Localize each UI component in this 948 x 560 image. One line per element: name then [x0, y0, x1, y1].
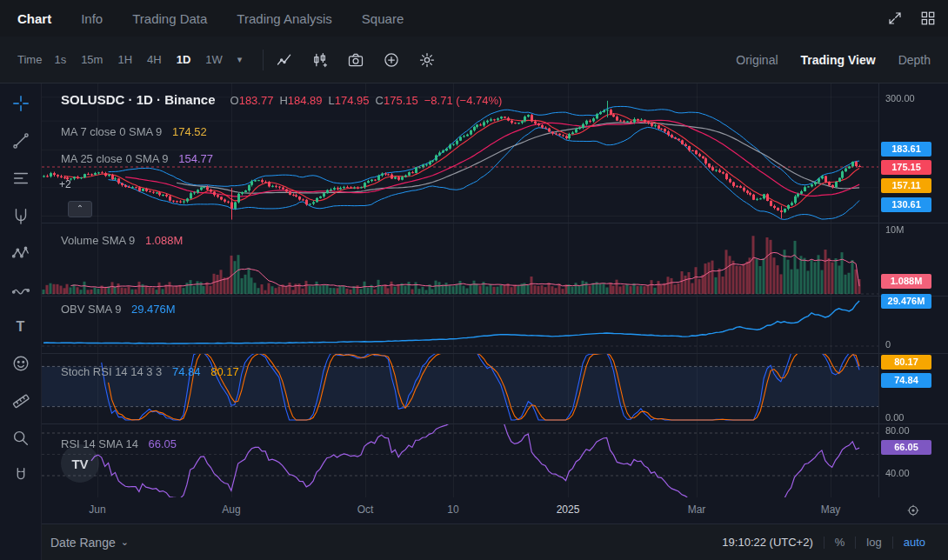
pane-separator[interactable]	[42, 353, 948, 354]
xaxis-label-jun: Jun	[89, 503, 105, 516]
view-depth[interactable]: Depth	[898, 53, 931, 67]
emoji-icon[interactable]	[11, 354, 30, 373]
pitchfork-icon[interactable]	[11, 206, 30, 225]
close-value: 175.15	[384, 94, 418, 107]
magnet-icon[interactable]	[11, 466, 30, 485]
low-label: L	[329, 94, 335, 107]
ma25-label: MA 25 close 0 SMA 9	[61, 152, 169, 165]
settings-button[interactable]	[418, 51, 436, 69]
zoom-icon[interactable]	[11, 429, 30, 448]
camera-icon	[347, 51, 364, 69]
rsi-value: 66.05	[149, 437, 177, 450]
chart-toolbar: Time 1s 15m 1H 4H 1D 1W ▾ Original Tradi…	[0, 37, 948, 83]
xaxis-label-oct: Oct	[357, 503, 374, 516]
time-label: Time	[17, 53, 42, 66]
grid-layout-icon[interactable]	[920, 10, 936, 26]
price-legend: SOLUSDC · 1D · BinanceO183.77H184.89L174…	[61, 92, 502, 108]
interval-4h[interactable]: 4H	[147, 53, 162, 66]
auto-scale-button[interactable]: auto	[893, 536, 936, 549]
expand-icon[interactable]	[887, 10, 903, 26]
volume-value: 1.088M	[145, 234, 183, 247]
trading-chart-app: Chart Info Trading Data Trading Analysis…	[0, 0, 948, 560]
stoch-k-badge: 74.84	[881, 373, 931, 388]
forecast-brush-icon[interactable]	[11, 281, 30, 300]
xaxis-label-10: 10	[447, 503, 458, 516]
price-axis-separator[interactable]	[878, 83, 879, 523]
last-price-badge: 175.15	[881, 160, 931, 175]
pane-separator[interactable]	[42, 423, 948, 424]
tab-trading-data[interactable]: Trading Data	[132, 11, 207, 26]
ma7-legend: MA 7 close 0 SMA 9 174.52	[61, 125, 207, 138]
ma7-value: 174.52	[172, 125, 207, 138]
high-value: 184.89	[288, 94, 323, 107]
date-range-button[interactable]: Date Range	[50, 536, 116, 550]
axis-corner	[878, 497, 948, 523]
ma7-label: MA 7 close 0 SMA 9	[61, 125, 162, 138]
volume-legend: Volume SMA 9 1.088M	[61, 234, 183, 247]
collapse-legend-button[interactable]: ⌃	[68, 201, 92, 217]
tab-chart[interactable]: Chart	[17, 11, 51, 26]
axis-settings-icon[interactable]	[906, 503, 920, 517]
tab-trading-analysis[interactable]: Trading Analysis	[237, 11, 332, 26]
plus-circle-icon	[383, 51, 400, 69]
obv-label: OBV SMA 9	[61, 303, 121, 316]
interval-1h[interactable]: 1H	[117, 53, 132, 66]
interval-1s[interactable]: 1s	[54, 53, 66, 66]
stoch-d-value: 80.17	[210, 365, 239, 378]
chart-style-button[interactable]	[276, 51, 293, 69]
stoch-legend: Stoch RSI 14 14 3 3 74.84 80.17	[61, 365, 239, 378]
obv-legend: OBV SMA 9 29.476M	[61, 303, 176, 316]
ruler-measure-icon[interactable]	[11, 391, 30, 410]
stoch-k-value: 74.84	[172, 365, 201, 378]
fib-retracement-icon[interactable]	[11, 169, 30, 188]
low-value: 174.95	[335, 94, 370, 107]
obv-axis-tick: 0	[885, 339, 891, 350]
line-chart-icon	[276, 51, 293, 69]
screenshot-button[interactable]	[347, 51, 364, 69]
bottom-bar: Date Range ⌄ 19:10:22 (UTC+2) % log auto	[42, 523, 948, 560]
crosshair-icon[interactable]	[11, 94, 30, 113]
xabcd-pattern-icon[interactable]	[11, 243, 30, 263]
ma25-value: 154.77	[178, 152, 213, 165]
xaxis-label-2025: 2025	[557, 503, 580, 516]
more-indicators-button[interactable]: +2	[59, 178, 71, 190]
gear-icon	[418, 51, 436, 69]
xaxis-label-may: May	[821, 503, 841, 516]
rsi-badge: 66.05	[881, 440, 931, 455]
interval-dropdown-icon[interactable]: ▾	[237, 54, 243, 65]
obv-badge: 29.476M	[881, 294, 931, 309]
interval-1w[interactable]: 1W	[205, 53, 223, 66]
time-axis[interactable]: Jun Aug Oct 10 2025 Mar May	[42, 497, 878, 523]
tab-square[interactable]: Square	[362, 11, 404, 26]
volume-label: Volume SMA 9	[61, 234, 135, 247]
add-alert-button[interactable]	[383, 51, 400, 69]
tradingview-logo[interactable]: TV	[61, 444, 99, 483]
pane-separator[interactable]	[42, 223, 948, 223]
pane-separator[interactable]	[42, 296, 948, 297]
date-range-caret-icon[interactable]: ⌄	[121, 537, 129, 548]
chart-canvas[interactable]	[42, 83, 878, 497]
tab-info[interactable]: Info	[81, 11, 103, 26]
text-tool-icon[interactable]: T	[17, 318, 25, 336]
open-value: 183.77	[239, 94, 274, 107]
indicators-button[interactable]	[311, 51, 329, 69]
volume-sma-badge: 1.088M	[881, 274, 931, 289]
xaxis-label-aug: Aug	[222, 503, 240, 516]
view-tradingview[interactable]: Trading View	[801, 53, 876, 67]
percent-scale-button[interactable]: %	[824, 536, 856, 549]
stoch-d-badge: 80.17	[881, 355, 931, 370]
price-axis-tick: 300.00	[885, 93, 915, 103]
ma25-legend: MA 25 close 0 SMA 9 154.77	[61, 152, 213, 165]
volume-axis-tick: 10M	[885, 224, 904, 235]
symbol-title: SOLUSDC · 1D · Binance	[61, 92, 216, 107]
interval-15m[interactable]: 15m	[81, 53, 103, 66]
open-label: O	[230, 94, 239, 107]
view-original[interactable]: Original	[736, 53, 778, 67]
indicators-icon	[311, 51, 329, 69]
log-scale-button[interactable]: log	[856, 536, 891, 549]
drawing-toolbar: T	[0, 83, 42, 560]
trend-line-icon[interactable]	[11, 131, 30, 150]
interval-1d[interactable]: 1D	[177, 53, 191, 66]
bb-lower-badge: 130.61	[881, 197, 931, 212]
obv-value: 29.476M	[131, 303, 176, 316]
